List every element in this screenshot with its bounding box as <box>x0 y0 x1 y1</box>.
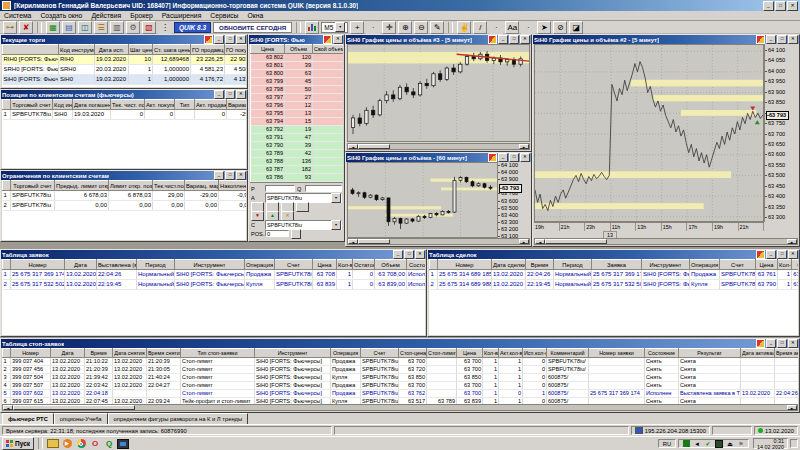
opera-shortcut-icon[interactable]: O <box>89 438 101 449</box>
minimize-button[interactable]: _ <box>766 35 776 44</box>
table-row[interactable]: 2399 037 45613.02.202021:20:3913.02.2020… <box>3 366 799 374</box>
table-hscrollbar[interactable]: ◄► <box>2 404 798 411</box>
table-row[interactable]: 225 675 314 689 98813.02.202022:19:45Нор… <box>430 280 799 290</box>
window-titlebar[interactable]: Таблица заявок _□✕ <box>1 250 426 259</box>
table-row[interactable]: 63 78942 <box>251 150 344 158</box>
close-button[interactable]: ✕ <box>520 153 530 162</box>
pointer-tool-icon[interactable]: ➤ <box>537 21 551 34</box>
menu-item-2[interactable]: Действия <box>91 12 121 19</box>
folder-shortcut-icon[interactable] <box>47 438 59 449</box>
chart-hscrollbar[interactable]: ◄► <box>347 143 530 150</box>
window-titlebar[interactable]: Позиции по клиентским счетам (фьючерсы) … <box>1 90 247 99</box>
tray-flag-icon[interactable]: ⚑ <box>737 440 745 448</box>
hide-tool-icon[interactable]: ⊘ <box>553 21 567 34</box>
minimize-button[interactable]: _ <box>766 250 776 259</box>
table-row[interactable]: 63 802120 <box>251 54 344 62</box>
window-titlebar[interactable]: Таблица сделок _□✕ <box>428 250 799 259</box>
maximize-button[interactable]: □ <box>225 171 235 180</box>
table-row[interactable]: 63 79727 <box>251 94 344 102</box>
workspace-tab-1[interactable]: опционы-Учеба <box>54 413 108 424</box>
media-player-shortcut-icon[interactable]: ▶ <box>61 438 73 449</box>
minimize-button[interactable]: _ <box>763 1 774 11</box>
new-chart-icon[interactable]: ▤ <box>62 21 76 34</box>
table-row[interactable]: 125 675 317 369 17413.02.202022:04:26Нор… <box>3 270 426 280</box>
table-row[interactable]: 63 79945 <box>251 78 344 86</box>
table-row[interactable]: 63 79513 <box>251 110 344 118</box>
minimize-button[interactable]: _ <box>214 35 224 44</box>
connect-icon[interactable]: ⊶ <box>3 21 17 34</box>
position-button[interactable] <box>291 229 301 239</box>
minimize-button[interactable]: _ <box>393 250 403 259</box>
hand-tool-icon[interactable]: ✌ <box>457 21 471 34</box>
menu-item-5[interactable]: Сервисы <box>210 12 238 19</box>
table-row[interactable]: 63 79850 <box>251 86 344 94</box>
close-button[interactable]: ✕ <box>236 35 246 44</box>
delete-table-icon[interactable]: ▧ <box>142 21 156 34</box>
menu-item-1[interactable]: Создать окно <box>40 12 82 19</box>
move-tool-icon[interactable]: ✛ <box>382 21 396 34</box>
orders-table[interactable]: НомерДатаВыставлена (время)ПериодИнструм… <box>2 259 425 335</box>
maximize-button[interactable]: □ <box>777 339 787 348</box>
minimize-button[interactable]: _ <box>498 153 508 162</box>
disconnect-icon[interactable]: ✘ <box>19 21 33 34</box>
table-row[interactable]: 63 79612 <box>251 102 344 110</box>
table-row[interactable]: SiH0 [FORTS: ФьючерSiH019.03.202011,0000… <box>3 75 247 85</box>
close-button[interactable]: ✕ <box>787 1 798 11</box>
tray-chart-icon[interactable] <box>682 440 690 448</box>
window-titlebar[interactable]: Текущие торги _□✕ <box>1 35 247 44</box>
table-row[interactable]: SRH0 [FORTS: ФьючерSRH020.03.202011,0000… <box>3 65 247 75</box>
table-row[interactable]: 63 78693 <box>251 174 344 182</box>
maximize-button[interactable]: □ <box>775 1 786 11</box>
positions-table[interactable]: Торговый счетКод инДата погашенияТек. чи… <box>2 99 246 168</box>
table-row[interactable]: 63 79147 <box>251 134 344 142</box>
table-row[interactable]: 125 675 314 689 18513.02.202022:04:26Нор… <box>430 270 799 280</box>
stop-orders-table[interactable]: НомерДатаВремяДата снятияВремя снятияТип… <box>2 348 798 404</box>
language-indicator[interactable]: RU <box>658 439 676 448</box>
qty-input[interactable] <box>305 185 342 192</box>
chevron-down-icon[interactable]: ▾ <box>335 22 345 32</box>
minimize-button[interactable]: _ <box>214 90 224 99</box>
menu-item-0[interactable]: Система <box>4 12 31 19</box>
close-button[interactable]: ✕ <box>788 250 798 259</box>
table-row[interactable]: 63 79219 <box>251 126 344 134</box>
quick-button-4[interactable] <box>296 202 309 212</box>
table-row[interactable]: 63 80139 <box>251 62 344 70</box>
maximize-button[interactable]: □ <box>777 250 787 259</box>
table-row[interactable]: 3399 037 50413.02.202021:39:4213.02.2020… <box>3 374 799 382</box>
text-tool-icon[interactable]: Aa <box>505 21 519 34</box>
chart-bars-icon[interactable] <box>305 21 319 34</box>
table-row[interactable]: 4399 037 50713.02.202022:03:4213.02.2020… <box>3 382 799 390</box>
close-button[interactable]: ✕ <box>333 35 343 44</box>
close-button[interactable]: ✕ <box>415 250 425 259</box>
time-table-icon[interactable]: ▥ <box>110 21 124 34</box>
table-row[interactable]: 63 788136 <box>251 158 344 166</box>
price-input[interactable] <box>265 185 295 192</box>
table-row[interactable]: 63 79415 <box>251 118 344 126</box>
menu-item-6[interactable]: Окна <box>248 12 264 19</box>
line-chart-main[interactable] <box>534 44 764 222</box>
table-row[interactable]: 225 675 317 532 50213.02.202022:19:45Нор… <box>3 280 426 290</box>
update-banner[interactable]: ОБНОВИТЕ СЕГОДНЯ <box>213 22 292 33</box>
table-row[interactable]: 63 787182 <box>251 166 344 174</box>
window-titlebar[interactable]: SiH0 График цены и объёма #2 - [5 минут]… <box>533 35 799 44</box>
quik-version-badge[interactable]: QUIK 8.3 <box>174 22 211 33</box>
maximize-button[interactable]: □ <box>404 250 414 259</box>
table-row[interactable]: 1399 037 40413.02.202021:10:2213.02.2020… <box>3 358 799 366</box>
zoom-in-icon[interactable]: ⊕ <box>398 21 412 34</box>
chart-hscrollbar[interactable]: ◄► <box>347 238 530 245</box>
window-titlebar[interactable]: Ограничения по клиентским счетам _□✕ <box>1 171 247 180</box>
maximize-button[interactable]: □ <box>225 35 235 44</box>
eraser-tool-icon[interactable]: ◪ <box>569 21 583 34</box>
candlestick-chart-5min[interactable] <box>347 44 530 142</box>
maximize-button[interactable]: □ <box>225 90 235 99</box>
settings-icon[interactable]: ⚙ <box>126 21 140 34</box>
chevron-down-icon[interactable]: ▾ <box>331 220 341 230</box>
close-button[interactable]: ✕ <box>236 90 246 99</box>
table-row[interactable]: 2SPBFUTK78iu0,000,000,000,000,00 <box>3 201 247 211</box>
maximize-button[interactable]: □ <box>509 35 519 44</box>
window-titlebar[interactable]: SiH0 [FORTS: Фью ✕ <box>249 35 344 44</box>
menu-item-3[interactable]: Брокер <box>130 12 153 19</box>
chrome-shortcut-icon[interactable] <box>75 438 87 449</box>
minimize-button[interactable]: _ <box>766 339 776 348</box>
start-button[interactable]: Пуск <box>2 437 34 450</box>
